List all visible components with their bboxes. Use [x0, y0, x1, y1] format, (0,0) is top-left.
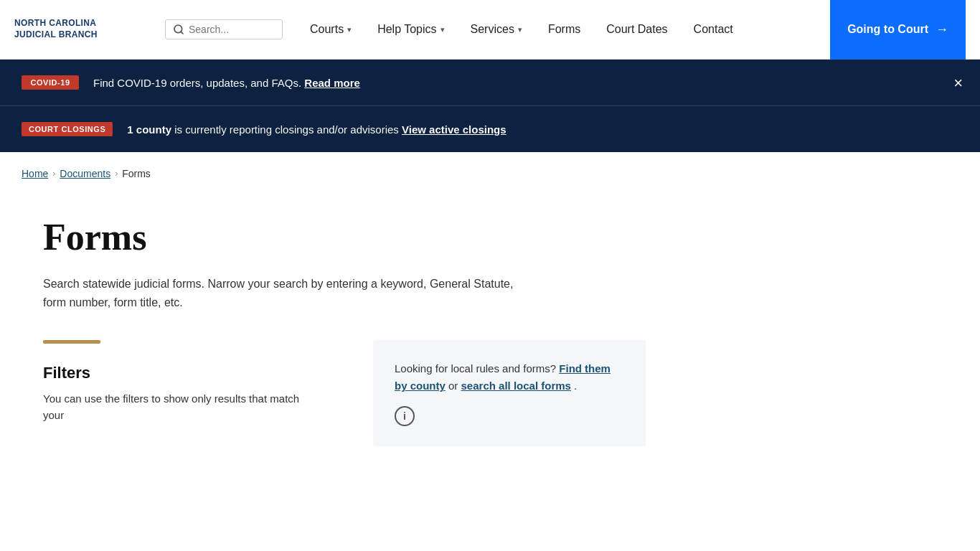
filters-title: Filters	[43, 364, 352, 382]
arrow-right-icon: →	[936, 22, 948, 37]
accent-line	[43, 340, 100, 344]
close-alert-button[interactable]: ×	[953, 75, 963, 91]
nav-item-court-dates[interactable]: Court Dates	[593, 0, 680, 60]
chevron-down-icon: ▾	[518, 25, 522, 34]
alert-banner: × COVID-19 Find COVID-19 orders, updates…	[0, 60, 980, 152]
breadcrumb-home[interactable]: Home	[22, 168, 48, 179]
nav-item-courts[interactable]: Courts ▾	[297, 0, 364, 60]
page-description: Search statewide judicial forms. Narrow …	[43, 275, 531, 311]
search-area[interactable]	[165, 19, 283, 39]
main-content: Forms Search statewide judicial forms. N…	[22, 195, 667, 468]
svg-line-1	[181, 32, 183, 34]
nav-item-services[interactable]: Services ▾	[458, 0, 535, 60]
info-box-text: Looking for local rules and forms? Find …	[395, 360, 624, 395]
breadcrumb-current: Forms	[122, 168, 151, 179]
breadcrumb: Home › Documents › Forms	[0, 152, 980, 195]
filters-col: Filters You can use the filters to show …	[43, 340, 352, 430]
info-icon: i	[395, 406, 415, 426]
logo[interactable]: NORTH CAROLINA JUDICIAL BRANCH	[14, 18, 165, 40]
search-icon	[173, 24, 184, 35]
site-logo-text: NORTH CAROLINA JUDICIAL BRANCH	[14, 18, 98, 40]
court-closings-badge: COURT CLOSINGS	[22, 122, 113, 136]
going-to-court-button[interactable]: Going to Court →	[830, 0, 966, 60]
breadcrumb-separator: ›	[115, 169, 118, 179]
view-closings-link[interactable]: View active closings	[402, 123, 507, 136]
covid-alert-row: COVID-19 Find COVID-19 orders, updates, …	[0, 60, 980, 106]
header: NORTH CAROLINA JUDICIAL BRANCH Courts ▾ …	[0, 0, 980, 60]
filters-section: Filters You can use the filters to show …	[43, 364, 352, 423]
page-title: Forms	[43, 217, 646, 258]
covid-alert-text: Find COVID-19 orders, updates, and FAQs.…	[93, 77, 360, 89]
breadcrumb-separator: ›	[52, 169, 55, 179]
covid-read-more-link[interactable]: Read more	[304, 77, 360, 89]
chevron-down-icon: ▾	[347, 25, 352, 34]
court-closings-row: COURT CLOSINGS 1 county is currently rep…	[0, 106, 980, 152]
nav-item-help-topics[interactable]: Help Topics ▾	[364, 0, 457, 60]
court-closings-text: 1 county is currently reporting closings…	[127, 123, 506, 136]
breadcrumb-documents[interactable]: Documents	[60, 168, 110, 179]
content-row: Filters You can use the filters to show …	[43, 340, 646, 446]
covid-badge: COVID-19	[22, 75, 79, 90]
chevron-down-icon: ▾	[440, 25, 445, 34]
search-input[interactable]	[189, 24, 275, 35]
nav-item-forms[interactable]: Forms	[535, 0, 593, 60]
nav-item-contact[interactable]: Contact	[681, 0, 746, 60]
search-local-forms-link[interactable]: search all local forms	[461, 380, 571, 392]
info-box: Looking for local rules and forms? Find …	[373, 340, 646, 446]
main-nav: Courts ▾ Help Topics ▾ Services ▾ Forms …	[297, 0, 830, 60]
filters-description: You can use the filters to show only res…	[43, 391, 316, 423]
